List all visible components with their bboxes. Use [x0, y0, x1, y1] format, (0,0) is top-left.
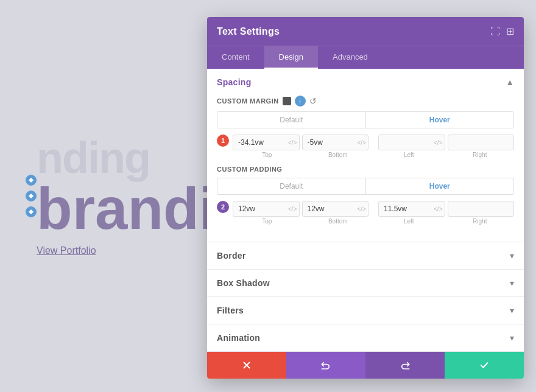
margin-top-wrap: </>: [233, 135, 300, 150]
redo-icon: [400, 360, 411, 371]
layout-icon[interactable]: ⊞: [506, 26, 514, 37]
panel-header: Text Settings ⛶ ⊞: [207, 17, 524, 46]
padding-step-badge: 2: [217, 201, 229, 213]
panel-title: Text Settings: [217, 26, 280, 37]
border-chevron-icon: ▾: [510, 251, 514, 261]
filters-chevron-icon: ▾: [510, 306, 514, 315]
spacing-content: Custom Margin i ↺ Default Hover 1: [207, 96, 524, 242]
margin-hover-btn[interactable]: Hover: [366, 112, 514, 128]
spacing-section: Spacing ▲ Custom Margin i ↺ Default Hove…: [207, 69, 524, 242]
spacing-section-header[interactable]: Spacing ▲: [207, 69, 524, 96]
border-title: Border: [217, 251, 246, 261]
undo-icon: [320, 360, 331, 371]
padding-fields: 2 </> </>: [217, 201, 514, 232]
padding-left-code-icon: </>: [434, 206, 442, 212]
animation-section: Animation ▾: [207, 324, 524, 352]
text-settings-panel: Text Settings ⛶ ⊞ Content Design Advance…: [207, 17, 524, 379]
margin-info-icon[interactable]: i: [295, 96, 306, 107]
tab-advanced[interactable]: Advanced: [318, 46, 383, 69]
custom-padding-label: Custom Padding: [217, 166, 282, 173]
tab-content[interactable]: Content: [207, 46, 264, 69]
padding-bottom-wrap: </>: [302, 201, 369, 217]
padding-top-wrap: </>: [233, 201, 300, 217]
margin-labels-row: Top Bottom Left Right: [233, 150, 514, 158]
panel-header-icons: ⛶ ⊞: [490, 26, 514, 37]
padding-toggle-row: Default Hover: [217, 178, 514, 195]
panel-body: Spacing ▲ Custom Margin i ↺ Default Hove…: [207, 69, 524, 352]
margin-bottom-wrap: </>: [302, 135, 369, 150]
padding-bottom-label: Bottom: [304, 218, 373, 225]
margin-left-wrap: </>: [378, 135, 445, 150]
boxshadow-section-header[interactable]: Box Shadow ▾: [207, 270, 524, 296]
undo-button[interactable]: [286, 352, 365, 379]
save-button[interactable]: [445, 352, 524, 379]
margin-left-label: Left: [375, 152, 443, 158]
border-section-header[interactable]: Border ▾: [207, 242, 524, 269]
border-section: Border ▾: [207, 242, 524, 270]
margin-top-label: Top: [233, 152, 302, 158]
redo-button[interactable]: [365, 352, 445, 379]
margin-left-code-icon: </>: [434, 139, 442, 146]
animation-chevron-icon: ▾: [510, 333, 514, 343]
custom-margin-label: Custom Margin: [217, 97, 279, 105]
margin-right-input[interactable]: [448, 135, 515, 150]
margin-four-col: </> </> </>: [233, 135, 514, 150]
animation-section-header[interactable]: Animation ▾: [207, 324, 524, 351]
padding-right-wrap: [448, 201, 515, 217]
boxshadow-title: Box Shadow: [217, 278, 270, 288]
margin-top-code-icon: </>: [288, 139, 297, 146]
margin-default-btn[interactable]: Default: [217, 112, 365, 128]
margin-reset-icon[interactable]: ↺: [309, 96, 317, 106]
panel-footer: [207, 352, 524, 379]
padding-fields-section: </> </> </>: [233, 201, 514, 232]
custom-padding-label-row: Custom Padding: [217, 166, 514, 173]
save-icon: [479, 360, 490, 371]
padding-labels-row: Top Bottom Left Right: [233, 217, 514, 225]
margin-bottom-code-icon: </>: [358, 139, 366, 146]
padding-four-col: </> </> </>: [233, 201, 514, 217]
filters-title: Filters: [217, 306, 244, 315]
spacing-chevron-up-icon: ▲: [506, 77, 514, 87]
spacing-title: Spacing: [217, 77, 252, 87]
tab-design[interactable]: Design: [264, 46, 318, 69]
margin-fields: 1 </> </>: [217, 135, 514, 166]
margin-bottom-label: Bottom: [304, 152, 373, 158]
margin-step-badge: 1: [217, 135, 229, 147]
padding-left-wrap: </>: [378, 201, 445, 217]
dot-3: [26, 206, 37, 217]
padding-right-label: Right: [446, 218, 515, 225]
boxshadow-section: Box Shadow ▾: [207, 270, 524, 297]
margin-right-wrap: [448, 135, 515, 150]
dot-1: [26, 175, 37, 186]
padding-hover-btn[interactable]: Hover: [366, 178, 514, 194]
background-dots: [26, 175, 37, 217]
padding-right-input[interactable]: [448, 201, 515, 217]
padding-bottom-code-icon: </>: [358, 206, 366, 212]
margin-box-icon: [283, 97, 291, 105]
margin-toggle-row: Default Hover: [217, 111, 514, 128]
padding-left-label: Left: [375, 218, 443, 225]
custom-margin-label-row: Custom Margin i ↺: [217, 96, 514, 107]
cancel-icon: [241, 360, 252, 371]
cancel-button[interactable]: [207, 352, 286, 379]
fullscreen-icon[interactable]: ⛶: [490, 26, 500, 37]
padding-top-code-icon: </>: [288, 206, 297, 212]
filters-section: Filters ▾: [207, 297, 524, 324]
boxshadow-chevron-icon: ▾: [510, 278, 514, 288]
filters-section-header[interactable]: Filters ▾: [207, 297, 524, 324]
animation-title: Animation: [217, 333, 260, 343]
margin-right-label: Right: [446, 152, 515, 158]
padding-top-label: Top: [233, 218, 302, 225]
margin-fields-section: </> </> </>: [233, 135, 514, 166]
panel-tabs: Content Design Advanced: [207, 46, 524, 69]
padding-default-btn[interactable]: Default: [217, 178, 365, 194]
dot-2: [26, 191, 37, 201]
